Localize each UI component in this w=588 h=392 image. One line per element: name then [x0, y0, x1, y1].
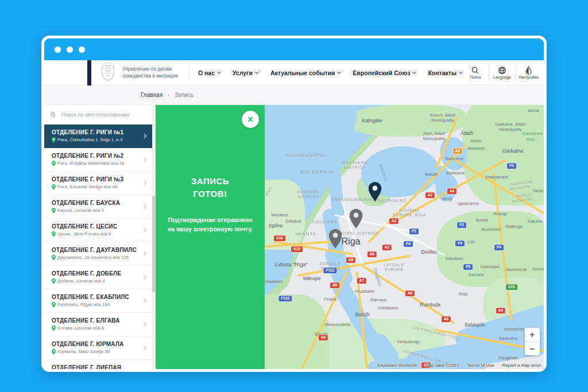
coat-of-arms-logo[interactable]: [99, 62, 117, 84]
office-map-pin[interactable]: [369, 182, 382, 204]
chevron-right-icon: [142, 251, 146, 256]
org-name-line1: Управление по делам: [122, 66, 178, 72]
map-attribution-link[interactable]: Terms of Use: [467, 363, 494, 368]
map-place-label: Baltezers: [446, 170, 464, 176]
google-map[interactable]: KalngaleEimuri, Ādaži MunicipalityAtari,…: [265, 105, 544, 369]
route-badge: A2: [389, 218, 399, 224]
map-pin-icon: [52, 208, 56, 214]
map-place-label: Līči: [468, 239, 475, 244]
map-attribution-link[interactable]: Report a map error: [502, 363, 541, 368]
map-place-label: Sunīši: [476, 218, 488, 223]
map-place-label: Rotkaji: [494, 211, 507, 216]
route-badge: P2: [457, 222, 466, 228]
org-name: Управление по делам гражданства и миграц…: [122, 66, 178, 79]
office-title: ОТДЕЛЕНИЕ Г. ЦЕСИС: [52, 223, 142, 230]
route-badge: A2: [425, 192, 435, 198]
globe-icon: [498, 66, 506, 75]
office-list-item[interactable]: ОТДЕЛЕНИЕ Г. ЕКАБПИЛС Екабпилс, Rīgas ie…: [44, 289, 155, 313]
window-dot[interactable]: [55, 46, 61, 53]
office-list-item[interactable]: ОТДЕЛЕНИЕ Г. РИГИ №3 Рига, Eduarda Smiļģ…: [44, 172, 155, 195]
map-place-label: Acone: [532, 266, 544, 271]
window-dot[interactable]: [79, 46, 85, 53]
breadcrumb-home[interactable]: Главная: [141, 92, 163, 98]
chevron-down-icon: [412, 69, 416, 73]
office-map-pin[interactable]: [329, 229, 342, 251]
office-list-item[interactable]: ОТДЕЛЕНИЕ Г. ЕЛГАВА Елгава, Uzvaras ielā…: [44, 313, 155, 336]
map-place-label: skene: [528, 108, 539, 113]
route-badge: P4: [494, 244, 504, 250]
chevron-right-icon: [142, 204, 146, 209]
nav-menu-item[interactable]: Контакты: [428, 69, 462, 76]
map-place-label: Mazāves: [265, 279, 283, 284]
office-address: Рига, Čiekurkalna 1. līnija 1, k-3: [52, 137, 142, 143]
nav-menu-item[interactable]: Актуальные события: [270, 69, 341, 76]
map-pin-icon: [52, 184, 56, 190]
office-list-item[interactable]: ОТДЕЛЕНИЕ Г. ДОБЕЛЕ Добеле, Uzvaras iela…: [44, 266, 155, 289]
route-badge: A1: [453, 148, 462, 154]
chevron-right-icon: [142, 322, 146, 327]
org-name-line2: гражданства и миграции: [122, 73, 178, 79]
office-list-item[interactable]: ОТДЕЛЕНИЕ Г. ЦЕСИС Цесис, Jāņa Poruka ie…: [44, 219, 155, 242]
office-address: Екабпилс, Rīgas iela 184: [52, 302, 142, 308]
office-address: Цесис, Jāņa Poruka iela 8: [52, 231, 142, 237]
pmlp-site: Управление по делам гражданства и миграц…: [44, 60, 544, 369]
map-place-label: Dižbārdi: [285, 219, 301, 224]
main-nav: О нас Услуги Актуальные события Европейс…: [198, 69, 462, 76]
map-pin-icon: [52, 255, 56, 261]
office-list-item[interactable]: ОТДЕЛЕНИЕ Г. РИГИ №1 Рига, Čiekurkalna 1…: [44, 125, 155, 148]
office-list-item[interactable]: ОТДЕЛЕНИЕ Г. ЮРМАЛА Юрмала, Talsu šoseja…: [44, 336, 155, 360]
zoom-in-button[interactable]: +: [525, 328, 540, 342]
close-button[interactable]: ×: [242, 111, 259, 128]
map-place-label: Ādaži: [461, 130, 474, 137]
search-button[interactable]: Поиск: [462, 65, 489, 80]
office-title: ОТДЕЛЕНИЕ Г. ДОБЕЛЕ: [52, 270, 142, 277]
location-search-input[interactable]: [60, 111, 149, 118]
map-place-label: Makstenieki: [485, 174, 508, 180]
office-list-item[interactable]: ОТДЕЛЕНИЕ Г. ЛИЕПАЯ: [44, 360, 155, 369]
close-icon: ×: [247, 114, 254, 125]
chevron-right-icon: [142, 346, 146, 350]
map-place-label: LATGALE SUBURB: [384, 263, 404, 273]
brand-accent-bar: [87, 60, 91, 86]
window-dot[interactable]: [67, 46, 73, 53]
chevron-down-icon: [255, 69, 259, 73]
breadcrumb-separator: ›: [168, 92, 169, 98]
map-place-label: NORTHERN DISTRICT: [342, 161, 368, 170]
map-place-label: Mārupe: [303, 275, 321, 282]
map-place-label: Mežstūrīši: [504, 327, 524, 332]
office-list-item[interactable]: ОТДЕЛЕНИЕ Г. БАУСКА Бауска, Uzvaras iela…: [44, 195, 155, 219]
sidebar-scrollbar[interactable]: [152, 105, 155, 369]
breadcrumb: Главная › Запись: [44, 86, 544, 105]
route-badge: P132: [323, 267, 336, 273]
language-button[interactable]: Language: [489, 65, 515, 80]
office-list-item[interactable]: ОТДЕЛЕНИЕ Г. РИГИ №2 Рига, Krišjāņa Vald…: [44, 148, 155, 172]
map-place-label: Spilve: [269, 223, 283, 229]
map-pin-icon: [52, 278, 56, 284]
route-badge: E22: [506, 284, 517, 290]
map-place-label: Tīraine: [323, 297, 336, 302]
zoom-out-button[interactable]: −: [525, 342, 540, 356]
map-pin-icon: [52, 137, 56, 143]
window-titlebar: [44, 38, 544, 60]
map-zoom-control: + −: [525, 328, 540, 355]
route-badge: A6: [405, 290, 415, 296]
map-place-label: Garkalnes mež...: [522, 131, 543, 142]
nav-menu-item[interactable]: Услуги: [233, 69, 258, 76]
map-attribution-link[interactable]: Keyboard shortcuts: [377, 363, 417, 368]
map-place-label: Eimuri, Ādaži Municipality: [430, 112, 455, 123]
office-map-pin[interactable]: [350, 209, 363, 231]
office-address: Бауска, Uzvaras iela 3: [52, 208, 142, 214]
scrollbar-thumb[interactable]: [152, 196, 155, 292]
office-address: Рига, Krišjāņa Valdemāra iela 26: [52, 161, 142, 166]
chevron-right-icon: [142, 134, 146, 138]
map-place-label: Rāmava: [370, 297, 386, 302]
search-label: Поиск: [470, 75, 481, 79]
map-place-label: Katlakalns: [378, 305, 399, 311]
office-list-item[interactable]: ОТДЕЛЕНИЕ Г. ДАУГАВПИЛС Даугавпилс, 18.n…: [44, 242, 155, 266]
route-badge: P5: [463, 264, 473, 270]
map-attribution-link[interactable]: Map data ©2021: [425, 363, 459, 368]
nav-menu-item[interactable]: О нас: [198, 69, 220, 76]
map-place-label: Rūķi: [459, 292, 467, 297]
settings-button[interactable]: Настройки: [515, 65, 541, 80]
nav-menu-item[interactable]: Европейский Союз: [353, 69, 416, 76]
